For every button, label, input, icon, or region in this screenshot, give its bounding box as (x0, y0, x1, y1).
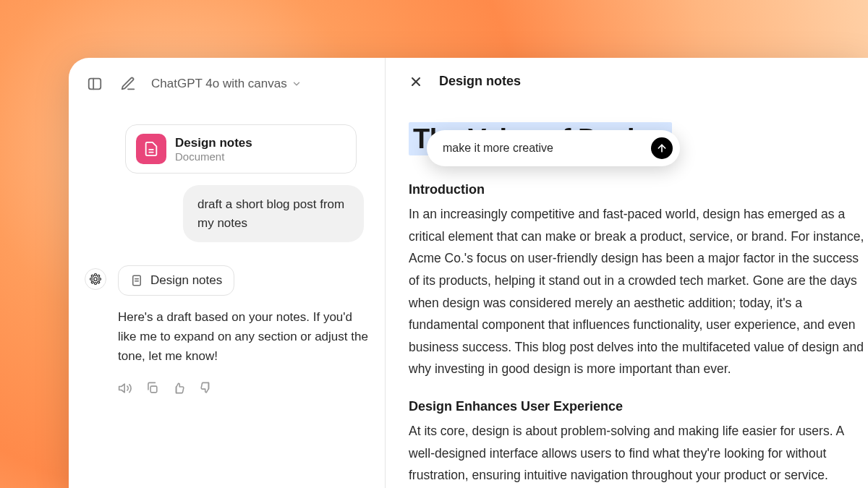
user-message: draft a short blog post from my notes (183, 185, 364, 242)
app-window: ChatGPT 4o with canvas Design notes Docu… (69, 58, 868, 488)
svg-point-6 (95, 283, 97, 285)
assistant-message: Here's a draft based on your notes. If y… (118, 307, 370, 367)
assistant-row: Design notes (85, 265, 370, 296)
close-icon (409, 74, 423, 89)
section-body-1[interactable]: In an increasingly competitive and fast-… (409, 203, 868, 380)
svg-point-7 (90, 278, 93, 281)
close-canvas-button[interactable] (409, 74, 423, 89)
section-body-2[interactable]: At its core, design is about problem-sol… (409, 420, 868, 488)
feedback-row (118, 381, 370, 395)
edit-submit-button[interactable] (651, 137, 673, 159)
canvas-panel: Design notes The Value of Design Introdu… (386, 58, 868, 488)
svg-point-11 (91, 281, 93, 283)
svg-point-10 (98, 275, 100, 277)
inline-edit-prompt (427, 130, 680, 166)
chat-panel: ChatGPT 4o with canvas Design notes Docu… (69, 58, 386, 488)
document-body[interactable]: The Value of Design Introduction In an i… (409, 124, 868, 488)
thumbs-down-button[interactable] (199, 381, 213, 395)
sidebar-toggle-button[interactable] (85, 74, 105, 94)
read-aloud-button[interactable] (118, 381, 132, 395)
copy-button[interactable] (145, 381, 159, 395)
document-icon (136, 134, 166, 164)
chat-header: ChatGPT 4o with canvas (85, 74, 370, 94)
new-chat-button[interactable] (118, 74, 138, 94)
canvas-link-chip[interactable]: Design notes (118, 265, 234, 296)
svg-rect-0 (89, 79, 101, 90)
svg-marker-16 (119, 384, 125, 393)
model-name: ChatGPT 4o with canvas (151, 77, 287, 91)
thumbs-up-button[interactable] (172, 381, 186, 395)
model-selector[interactable]: ChatGPT 4o with canvas (151, 77, 302, 91)
svg-point-9 (91, 275, 93, 277)
canvas-header: Design notes (409, 74, 868, 89)
svg-rect-17 (150, 386, 157, 393)
attachment-subtitle: Document (175, 150, 252, 163)
attachment-title: Design notes (175, 136, 252, 150)
svg-point-4 (94, 278, 98, 281)
arrow-up-icon (656, 142, 668, 154)
svg-point-5 (95, 274, 97, 276)
section-heading-1[interactable]: Introduction (409, 182, 868, 197)
canvas-title: Design notes (439, 74, 521, 89)
attachment-meta: Design notes Document (175, 136, 252, 163)
edit-prompt-input[interactable] (443, 142, 642, 155)
document-icon (130, 274, 143, 287)
section-heading-2[interactable]: Design Enhances User Experience (409, 399, 868, 414)
svg-point-12 (98, 281, 100, 283)
assistant-avatar (85, 268, 106, 290)
svg-point-8 (99, 278, 101, 281)
canvas-chip-label: Design notes (150, 273, 222, 288)
chevron-down-icon (292, 79, 302, 89)
attachment-card[interactable]: Design notes Document (125, 124, 357, 174)
